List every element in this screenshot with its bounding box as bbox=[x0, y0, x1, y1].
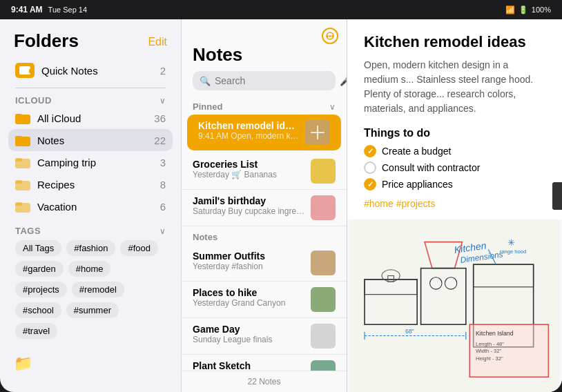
status-bar: 9:41 AM Tue Sep 14 📶 🔋 100% bbox=[0, 0, 562, 19]
note-title-groceries: Groceries List bbox=[193, 159, 305, 170]
more-icon[interactable]: ••• bbox=[322, 28, 338, 44]
svg-rect-1 bbox=[15, 114, 22, 117]
quick-notes-row[interactable]: Quick Notes 2 bbox=[8, 57, 173, 84]
search-bar[interactable]: 🔍 🎤 bbox=[193, 71, 336, 90]
note-tags: #home #projects bbox=[364, 197, 545, 210]
notes-panel: ••• Notes 🔍 🎤 Pinned ∨ Kitchen remodel i… bbox=[181, 19, 347, 392]
note-thumb-plant-sketch bbox=[311, 360, 336, 371]
note-detail-title: Kitchen remodel ideas bbox=[364, 33, 545, 51]
folder-item-recipes[interactable]: Recipes 8 bbox=[8, 173, 173, 195]
note-content-birthday: Jamil's birthday Saturday Buy cupcake in… bbox=[193, 195, 305, 216]
main-container: Folders Edit Quick Notes 2 iCloud ∨ bbox=[0, 19, 562, 392]
folder-icon-vacation bbox=[15, 200, 30, 213]
quick-notes-icon bbox=[15, 63, 35, 78]
svg-rect-3 bbox=[15, 136, 22, 139]
new-folder-icon[interactable]: 📁 bbox=[14, 355, 32, 373]
folder-icon-notes bbox=[15, 134, 30, 146]
note-item-plant-sketch[interactable]: Plant Sketch Friday #remodel bbox=[182, 355, 347, 371]
tags-chevron-icon[interactable]: ∨ bbox=[159, 226, 166, 236]
todo-text-3: Price appliances bbox=[382, 179, 453, 190]
tag-chip-home[interactable]: #home bbox=[68, 261, 111, 277]
folders-footer: 📁 bbox=[0, 346, 181, 378]
note-title-gameday: Game Day bbox=[193, 324, 305, 335]
quick-notes-icon-inner bbox=[19, 66, 30, 75]
note-title-summer-outfits: Summer Outfits bbox=[193, 251, 305, 262]
tags-header: Tags ∨ bbox=[8, 223, 173, 240]
svg-text:range hood: range hood bbox=[500, 248, 526, 255]
folder-count-camping: 3 bbox=[160, 157, 166, 168]
note-item-gameday[interactable]: Game Day Sunday League finals bbox=[182, 318, 347, 355]
note-item-summer-outfits[interactable]: Summer Outfits Yesterday #fashion bbox=[182, 245, 347, 282]
search-input[interactable] bbox=[215, 75, 336, 86]
folder-count-notes: 22 bbox=[154, 135, 166, 146]
todo-checkbox-1[interactable] bbox=[364, 145, 376, 157]
note-item-birthday[interactable]: Jamil's birthday Saturday Buy cupcake in… bbox=[182, 190, 347, 226]
note-meta-summer-outfits: Yesterday #fashion bbox=[193, 262, 305, 271]
folder-item-vacation[interactable]: Vacation 6 bbox=[8, 195, 173, 217]
note-item-hike[interactable]: Places to hike Yesterday Grand Canyon bbox=[182, 282, 347, 318]
svg-text:68": 68" bbox=[405, 328, 414, 335]
tag-chip-garden[interactable]: #garden bbox=[15, 261, 64, 277]
icloud-section-title: iCloud bbox=[15, 95, 52, 106]
sketch-area: 68" Kitchen Island Length - 48" Width - … bbox=[347, 219, 562, 392]
note-content-gameday: Game Day Sunday League finals bbox=[193, 324, 305, 344]
folder-item-notes[interactable]: Notes 22 bbox=[8, 129, 173, 151]
folder-item-camping[interactable]: Camping trip 3 bbox=[8, 151, 173, 173]
svg-text:Kitchen Island: Kitchen Island bbox=[476, 330, 514, 337]
icloud-chevron-icon[interactable]: ∨ bbox=[159, 96, 166, 106]
status-date: Tue Sep 14 bbox=[48, 6, 87, 14]
pinned-chevron-icon[interactable]: ∨ bbox=[329, 102, 336, 112]
wifi-icon: 📶 bbox=[505, 6, 515, 14]
todo-text-2: Consult with contractor bbox=[382, 162, 480, 173]
note-tags-text: #home #projects bbox=[364, 198, 436, 209]
tag-chip-fashion[interactable]: #fashion bbox=[66, 240, 115, 256]
note-meta-birthday: Saturday Buy cupcake ingredients bbox=[193, 206, 305, 216]
note-item-groceries[interactable]: Groceries List Yesterday 🛒 Bananas bbox=[182, 153, 347, 190]
icloud-section-header: iCloud ∨ bbox=[8, 92, 173, 107]
note-content-kitchen: Kitchen remodel ideas 9:41 AM Open, mode… bbox=[198, 120, 300, 141]
svg-rect-7 bbox=[15, 180, 22, 184]
battery-icon: 🔋 bbox=[519, 6, 528, 14]
tag-chip-summer[interactable]: #summer bbox=[66, 302, 119, 318]
notes-top-bar: ••• bbox=[182, 19, 347, 44]
todo-checkbox-2[interactable] bbox=[364, 161, 376, 174]
edit-button[interactable]: Edit bbox=[148, 36, 167, 48]
folders-header: Folders Edit bbox=[0, 19, 181, 57]
tags-title: Tags bbox=[15, 226, 41, 236]
folder-item-all-icloud[interactable]: All iCloud 36 bbox=[8, 107, 173, 129]
tag-chip-projects[interactable]: #projects bbox=[15, 282, 67, 297]
pinned-section-header: Pinned ∨ bbox=[182, 96, 347, 115]
notes-header-area: Notes 🔍 🎤 bbox=[182, 44, 347, 96]
todo-text-1: Create a budget bbox=[382, 146, 451, 157]
notes-count: 22 Notes bbox=[247, 377, 280, 386]
note-content-summer-outfits: Summer Outfits Yesterday #fashion bbox=[193, 251, 305, 271]
tag-chip-school[interactable]: #school bbox=[15, 302, 61, 318]
folders-panel: Folders Edit Quick Notes 2 iCloud ∨ bbox=[0, 19, 181, 392]
notes-footer: 22 Notes bbox=[182, 371, 347, 392]
folder-icon-all-icloud bbox=[15, 112, 30, 124]
todo-checkbox-3[interactable] bbox=[364, 178, 376, 190]
note-meta-groceries: Yesterday 🛒 Bananas bbox=[193, 170, 305, 179]
folder-label-camping: Camping trip bbox=[37, 157, 160, 168]
tag-chip-all[interactable]: All Tags bbox=[15, 240, 61, 256]
note-thumb-hike bbox=[311, 287, 336, 312]
notes-section-label: Notes bbox=[193, 232, 217, 242]
note-meta-gameday: Sunday League finals bbox=[193, 335, 305, 344]
note-item-kitchen[interactable]: Kitchen remodel ideas 9:41 AM Open, mode… bbox=[187, 115, 341, 150]
folders-title: Folders bbox=[14, 30, 79, 52]
svg-rect-9 bbox=[15, 202, 22, 206]
tag-chip-food[interactable]: #food bbox=[120, 240, 158, 256]
tag-chip-travel[interactable]: #travel bbox=[15, 323, 57, 339]
tag-chip-remodel[interactable]: #remodel bbox=[72, 282, 124, 297]
section-divider-1 bbox=[15, 88, 166, 88]
todo-item-1: Create a budget bbox=[364, 145, 545, 157]
note-detail-desc: Open, modern kitchen design in a medium … bbox=[364, 58, 545, 116]
folder-count-recipes: 8 bbox=[160, 179, 166, 190]
tags-grid: All Tags #fashion #food #garden #home #p… bbox=[8, 240, 173, 339]
folder-count-vacation: 6 bbox=[160, 201, 166, 213]
home-button[interactable] bbox=[552, 182, 562, 210]
svg-text:Length - 48": Length - 48" bbox=[476, 341, 504, 347]
note-thumb-gameday bbox=[311, 324, 336, 349]
note-content-groceries: Groceries List Yesterday 🛒 Bananas bbox=[193, 159, 305, 179]
note-content-plant-sketch: Plant Sketch Friday #remodel bbox=[193, 360, 305, 371]
